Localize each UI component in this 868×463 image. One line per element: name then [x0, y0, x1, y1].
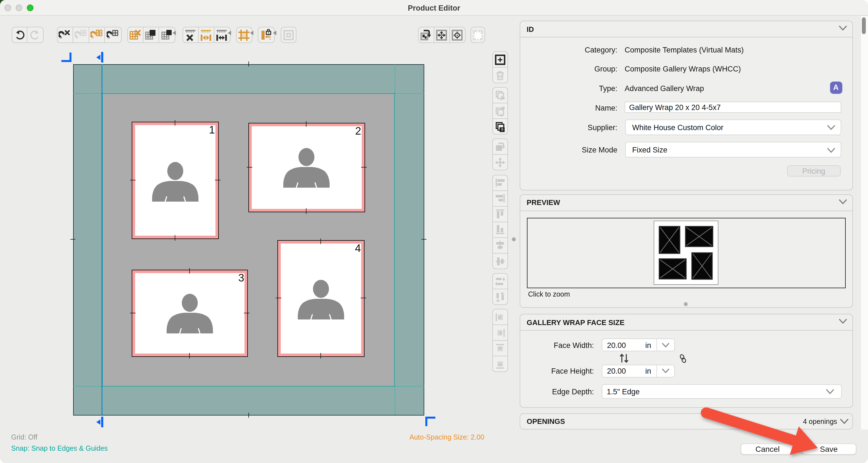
svg-text:?: ?: [501, 127, 503, 132]
svg-text:3: 3: [500, 96, 502, 101]
svg-text:3: 3: [500, 112, 502, 116]
